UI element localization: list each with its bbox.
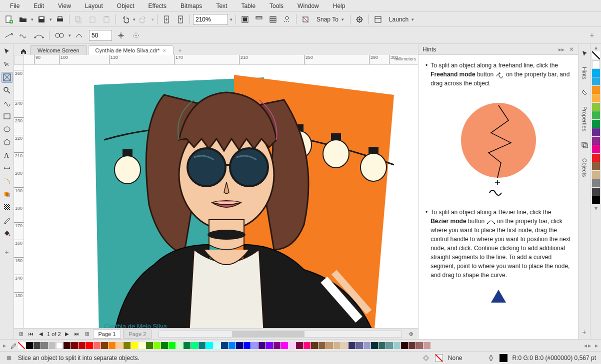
prev-page-icon[interactable]: ◀ (37, 330, 45, 338)
palette-swatch[interactable] (356, 342, 363, 349)
palette-swatch[interactable] (41, 342, 48, 349)
launch-dropdown[interactable]: Launch▾ (386, 13, 417, 25)
palette-swatch[interactable] (108, 342, 116, 349)
palette-swatch[interactable] (176, 342, 183, 349)
transparency-tool[interactable] (2, 202, 12, 213)
palette-swatch[interactable] (424, 342, 430, 349)
color-swatch[interactable] (592, 111, 600, 119)
palette-swatch[interactable] (131, 342, 138, 349)
docker-pick-icon[interactable] (580, 47, 589, 60)
palette-swatch[interactable] (56, 342, 63, 349)
options-button[interactable] (354, 13, 366, 25)
grid-button[interactable] (267, 13, 279, 25)
palette-swatch[interactable] (184, 342, 190, 349)
color-swatch[interactable] (592, 69, 600, 77)
palette-swatch[interactable] (281, 342, 288, 349)
palette-expand-icon[interactable]: ▸ (595, 342, 598, 349)
palette-no-color[interactable] (18, 342, 25, 349)
palette-swatch[interactable] (236, 342, 243, 349)
color-swatch[interactable] (592, 60, 600, 68)
palette-swatch[interactable] (416, 342, 423, 349)
cut-span-icon[interactable] (130, 29, 142, 41)
knife-bezier-icon[interactable] (33, 29, 45, 41)
docker-objects-icon[interactable] (580, 138, 589, 151)
save-button[interactable] (36, 13, 48, 25)
palette-swatch[interactable] (244, 342, 250, 349)
add-property-icon[interactable]: + (586, 29, 598, 41)
guides-button[interactable] (281, 13, 293, 25)
palette-swatch[interactable] (48, 342, 56, 349)
rulers-button[interactable] (253, 13, 265, 25)
palette-swatch[interactable] (258, 342, 266, 349)
palette-swatch[interactable] (326, 342, 333, 349)
knife-freehand-icon[interactable] (18, 29, 30, 41)
color-swatch[interactable] (592, 171, 600, 179)
vertical-ruler[interactable]: 260 240 230 220 210 200 190 180 170 160 … (14, 65, 24, 328)
navigator-icon[interactable]: ⊕ (407, 330, 415, 338)
next-page-icon[interactable]: ▶ (63, 330, 71, 338)
palette-swatch[interactable] (251, 342, 258, 349)
palette-swatch[interactable] (206, 342, 213, 349)
pick-tool[interactable] (2, 46, 12, 57)
freehand-tool[interactable] (2, 98, 12, 109)
page-tab-2[interactable]: Page 2 (123, 330, 152, 339)
add-page-start-icon[interactable]: ⊞ (17, 330, 25, 338)
menu-help[interactable]: Help (327, 1, 352, 11)
menu-text[interactable]: Text (210, 1, 233, 11)
palette-swatch[interactable] (86, 342, 93, 349)
palette-eyedropper-icon[interactable] (9, 342, 17, 350)
palette-swatch[interactable] (26, 342, 33, 349)
horizontal-scrollbar[interactable] (158, 331, 402, 338)
palette-swatch[interactable] (191, 342, 198, 349)
palette-swatch[interactable] (221, 342, 228, 349)
menu-view[interactable]: View (52, 1, 77, 11)
color-swatch[interactable] (592, 120, 600, 128)
snap-to-dropdown[interactable]: Snap To▾ (314, 13, 347, 25)
palette-swatch[interactable] (304, 342, 310, 349)
text-tool[interactable]: A (2, 150, 12, 161)
palette-swatch[interactable] (386, 342, 393, 349)
docker-tab-hints[interactable]: Hints (580, 64, 588, 82)
palette-swatch[interactable] (214, 342, 220, 349)
palette-swatch[interactable] (64, 342, 70, 349)
menu-edit[interactable]: Edit (28, 1, 50, 11)
color-swatch[interactable] (592, 103, 600, 111)
zoom-tool[interactable] (2, 85, 12, 96)
palette-swatch[interactable] (34, 342, 40, 349)
palette-swatch[interactable] (198, 342, 206, 349)
color-swatch[interactable] (592, 188, 600, 196)
undo-button[interactable] (119, 13, 131, 25)
shape-tool[interactable] (2, 59, 12, 70)
palette-swatch[interactable] (348, 342, 356, 349)
palette-swatch[interactable] (394, 342, 400, 349)
palette-scroll-right-icon[interactable]: ▸ (588, 342, 591, 349)
copy-button[interactable] (72, 13, 84, 25)
horizontal-ruler[interactable]: 90 100 130 170 210 250 290 300 millimete… (24, 55, 418, 65)
auto-close-icon[interactable] (115, 29, 127, 41)
open-button[interactable] (17, 13, 29, 25)
palette-swatch[interactable] (138, 342, 146, 349)
ellipse-tool[interactable] (2, 124, 12, 135)
palette-swatch[interactable] (124, 342, 130, 349)
docker-properties-icon[interactable] (580, 86, 589, 99)
new-tab-button[interactable]: + (176, 46, 184, 55)
palette-swatch[interactable] (341, 342, 348, 349)
polygon-tool[interactable] (2, 137, 12, 148)
outline-swatch[interactable] (500, 354, 508, 362)
dropshadow-tool[interactable] (2, 189, 12, 200)
color-swatch[interactable] (592, 77, 600, 85)
color-swatch[interactable] (592, 162, 600, 170)
palette-swatch[interactable] (371, 342, 378, 349)
add-tool-icon[interactable]: + (2, 247, 12, 258)
palette-swatch[interactable] (274, 342, 280, 349)
palette-swatch[interactable] (364, 342, 370, 349)
drawing-canvas[interactable]: Cynthia de Melo Silva (24, 65, 418, 328)
palette-swatch[interactable] (168, 342, 176, 349)
fullscreen-button[interactable] (239, 13, 251, 25)
palette-swatch[interactable] (78, 342, 86, 349)
color-swatch[interactable] (592, 94, 600, 102)
tab-document[interactable]: Cynthia de Melo Silva.cdr*× (88, 45, 174, 55)
palette-swatch[interactable] (378, 342, 386, 349)
palette-scroll-down-icon[interactable]: ▾ (594, 205, 598, 212)
connector-tool[interactable] (2, 176, 12, 187)
